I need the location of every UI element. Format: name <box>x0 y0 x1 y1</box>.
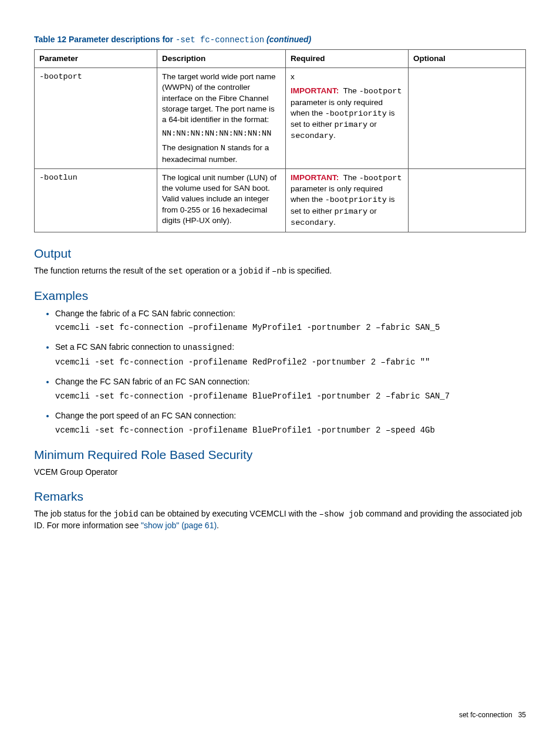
cell-description: The target world wide port name (WWPN) o… <box>157 68 285 169</box>
security-heading: Minimum Required Role Based Security <box>34 447 526 463</box>
output-heading: Output <box>34 245 526 262</box>
list-item: Change the port speed of an FC SAN conne… <box>55 410 526 436</box>
desc-text: The target world wide port name (WWPN) o… <box>162 72 281 125</box>
header-description: Description <box>157 49 285 67</box>
cell-param: -bootport <box>35 68 157 169</box>
example-command: vcemcli -set fc-connection -profilename … <box>55 425 526 436</box>
header-required: Required <box>286 49 409 67</box>
table-caption: Table 12 Parameter descriptions for -set… <box>34 34 526 46</box>
remarks-paragraph: The job status for the jobid can be obta… <box>34 508 526 531</box>
header-parameter: Parameter <box>35 49 157 67</box>
examples-heading: Examples <box>34 288 526 304</box>
cell-required: IMPORTANT: The -bootport parameter is on… <box>286 168 409 232</box>
show-job-link[interactable]: "show job" (page 61) <box>141 521 217 530</box>
table-row: -bootport The target world wide port nam… <box>35 68 526 169</box>
important-note: IMPORTANT: The -bootport parameter is on… <box>291 86 403 141</box>
cell-description: The logical unit number (LUN) of the vol… <box>157 168 285 232</box>
table-row: -bootlun The logical unit number (LUN) o… <box>35 168 526 232</box>
cell-optional <box>409 68 526 169</box>
desc-text2: The designation N stands for a hexadecim… <box>162 143 281 164</box>
cell-optional <box>409 168 526 232</box>
example-lead: Set a FC SAN fabric connection to unassi… <box>55 342 234 352</box>
example-command: vcemcli -set fc-connection -profilename … <box>55 357 526 368</box>
list-item: Change the fabric of a FC SAN fabric con… <box>55 308 526 334</box>
example-command: vcemcli -set fc-connection -profilename … <box>55 391 526 402</box>
example-lead: Change the FC SAN fabric of an FC SAN co… <box>55 377 250 386</box>
required-x: x <box>291 72 403 82</box>
important-label: IMPORTANT: <box>291 86 339 95</box>
parameter-table: Parameter Description Required Optional … <box>34 49 526 232</box>
caption-suffix: (continued) <box>264 35 311 44</box>
example-command: vcemcli -set fc-connection –profilename … <box>55 322 526 333</box>
desc-code: NN:NN:NN:NN:NN:NN:NN:NN <box>162 129 281 139</box>
caption-code: -set fc-connection <box>176 35 264 45</box>
example-lead: Change the fabric of a FC SAN fabric con… <box>55 309 235 318</box>
remarks-heading: Remarks <box>34 488 526 505</box>
output-paragraph: The function returns the result of the s… <box>34 265 526 277</box>
important-note: IMPORTANT: The -bootport parameter is on… <box>291 173 403 228</box>
cell-required: x IMPORTANT: The -bootport parameter is … <box>286 68 409 169</box>
list-item: Change the FC SAN fabric of an FC SAN co… <box>55 376 526 402</box>
caption-prefix: Table 12 Parameter descriptions for <box>34 35 176 44</box>
cell-param: -bootlun <box>35 168 157 232</box>
examples-list: Change the fabric of a FC SAN fabric con… <box>34 308 526 436</box>
header-optional: Optional <box>409 49 526 67</box>
example-lead: Change the port speed of an FC SAN conne… <box>55 411 236 420</box>
security-body: VCEM Group Operator <box>34 467 526 478</box>
list-item: Set a FC SAN fabric connection to unassi… <box>55 342 526 368</box>
important-label: IMPORTANT: <box>291 173 339 182</box>
